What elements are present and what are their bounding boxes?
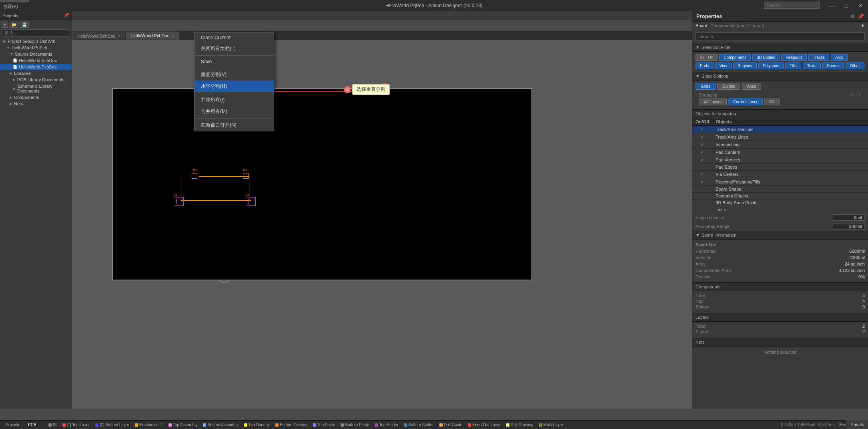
snap-axes-btn[interactable]: Axes	[742, 83, 761, 90]
layer-drilldrawing[interactable]: Drill Drawing	[505, 423, 535, 427]
layer-bottompaste[interactable]: Bottom Paste	[339, 423, 371, 427]
comp-j2-inner[interactable]	[249, 199, 254, 204]
filter-polygons[interactable]: Polygons	[758, 62, 784, 69]
tree-item-components[interactable]: ▶Components	[0, 94, 72, 101]
maximize-button[interactable]: □	[839, 0, 854, 11]
axis-snap-input[interactable]	[833, 223, 865, 230]
layer-multilayer[interactable]: Multi-Layer	[537, 423, 565, 427]
object-row-2[interactable]: ✓ Intersections	[692, 141, 868, 149]
row-check-2[interactable]: ✓	[692, 141, 712, 149]
close-button[interactable]: ✕	[854, 0, 868, 11]
filter-icon-right[interactable]: ▼	[860, 23, 865, 28]
object-row-9[interactable]: Footprint Origins	[692, 193, 868, 199]
row-check-0[interactable]: ✓	[692, 126, 712, 133]
left-panel-pin[interactable]: 📌	[64, 13, 69, 18]
filter-vias[interactable]: Vias	[715, 62, 732, 69]
object-row-5[interactable]: Pad Edges	[692, 164, 868, 171]
object-row-11[interactable]: Texts	[692, 206, 868, 213]
tab-pcb[interactable]: HelloWorld.PcbDoc ×	[126, 32, 179, 40]
layer-is[interactable]: IS	[47, 423, 58, 427]
ctx-close-current[interactable]: Close Current	[194, 32, 274, 43]
row-check-11[interactable]	[692, 206, 712, 213]
filter-components[interactable]: Components	[719, 54, 751, 61]
filter-all-on[interactable]: All - On	[696, 54, 718, 61]
tree-item-nets[interactable]: ▶Nets	[0, 101, 72, 107]
new-project-btn[interactable]: +	[2, 22, 8, 28]
right-panel-search-input[interactable]	[696, 32, 865, 40]
row-check-3[interactable]: ✓	[692, 149, 712, 156]
tree-item-projectgroup1dsnwrk[interactable]: ▶Project Group 1.DsnWrk	[0, 38, 72, 44]
row-check-8[interactable]	[692, 186, 712, 193]
ctx-vertical-split[interactable]: 垂直分割(V)	[194, 69, 274, 81]
layer-topoverlay[interactable]: Top Overlay	[243, 423, 271, 427]
object-row-0[interactable]: ✓ Track/Arcs Vertices	[692, 126, 868, 133]
minimize-button[interactable]: —	[825, 0, 839, 11]
tree-item-libraries[interactable]: ▶Libraries	[0, 70, 72, 77]
filter-keepouts[interactable]: Keepouts	[781, 54, 807, 61]
filter-fills[interactable]: Fills	[785, 62, 801, 69]
comp-r1[interactable]	[192, 173, 197, 179]
right-panel-pin[interactable]: 📌	[858, 14, 864, 19]
project-search-input[interactable]	[2, 29, 70, 36]
open-project-btn[interactable]: 📂	[10, 22, 18, 28]
ctx-open-new-window[interactable]: 在新窗口打开(N)	[194, 119, 274, 131]
layer-keepoutlayer[interactable]: Keep-Out Layer	[466, 423, 502, 427]
row-check-4[interactable]: ✓	[692, 156, 712, 164]
pcb-board[interactable]: R1 D1 J1 J2	[112, 88, 532, 280]
tree-item-sourcedocuments[interactable]: ▼Source Documents	[0, 51, 72, 57]
layer-topassembly[interactable]: Top Assembly	[167, 423, 199, 427]
comp-d1[interactable]	[243, 173, 249, 179]
layer-bottomoverlay[interactable]: Bottom Overlay	[274, 423, 309, 427]
row-check-10[interactable]	[692, 199, 712, 206]
snap-dist-input[interactable]	[833, 214, 865, 221]
tab-schematic[interactable]: HelloWorld.SchDoc ×	[72, 32, 125, 40]
selection-filter-header[interactable]: ▼ Selection Filter	[692, 43, 868, 52]
board-info-header[interactable]: ▼ Board Information	[692, 231, 868, 240]
snap-off-btn[interactable]: Off	[764, 99, 780, 105]
snap-current-layer-btn[interactable]: Current Layer	[728, 99, 763, 105]
canvas-area[interactable]: ⊗ R1 D1 J1 J2	[72, 40, 692, 409]
filter-other[interactable]: Other	[846, 62, 864, 69]
tree-item-helloworldschdoc[interactable]: 📄HelloWorld.SchDoc	[0, 57, 72, 64]
object-row-10[interactable]: 3D Body Snap Points	[692, 199, 868, 206]
titlebar-search-input[interactable]	[764, 2, 820, 9]
status-tab-projects[interactable]: Projects	[2, 422, 23, 427]
ctx-tile-all[interactable]: 并排所有(I)	[194, 94, 274, 106]
panels-button[interactable]: Panels	[846, 420, 868, 429]
filter-pads[interactable]: Pads	[696, 62, 714, 69]
object-row-8[interactable]: Board Shape	[692, 186, 868, 193]
menu-item-p[interactable]: 放置(P)	[0, 2, 29, 11]
filter-3d-bodies[interactable]: 3D Bodies	[752, 54, 780, 61]
filter-tracks[interactable]: Tracks	[808, 54, 829, 61]
object-row-7[interactable]: ✓ Regions/Polygons/Fills	[692, 178, 868, 186]
snap-guides-btn[interactable]: Guides	[717, 83, 740, 90]
filter-arcs[interactable]: Arcs	[831, 54, 848, 61]
layer-1toplayer[interactable]: [1] Top Layer	[61, 423, 92, 427]
ctx-save[interactable]: Save	[194, 56, 274, 67]
right-panel-gear[interactable]: ⚙	[851, 14, 855, 19]
ctx-merge-all[interactable]: 合并所有(M)	[194, 106, 274, 117]
layer-2bottomlayer[interactable]: [2] Bottom Layer	[94, 423, 130, 427]
snap-options-header[interactable]: ▼ Snap Options	[692, 72, 868, 81]
tab-pcb-close[interactable]: ×	[172, 34, 174, 38]
layer-topsolder[interactable]: Top Solder	[373, 423, 400, 427]
tree-item-helloworldpcbdoc[interactable]: 📄HelloWorld.PcbDoc	[0, 64, 72, 70]
row-check-6[interactable]: ✓	[692, 171, 712, 178]
snap-grids-btn[interactable]: Grids	[696, 83, 716, 90]
ctx-close-all[interactable]: 关闭所有文档(L)	[194, 43, 274, 54]
layer-mechanical1[interactable]: Mechanical 1	[133, 423, 164, 427]
object-row-6[interactable]: ✓ Via Centers	[692, 171, 868, 178]
tree-item-schematiclibrarydocuments[interactable]: ▶Schematic Library Documents	[0, 83, 72, 94]
tab-schematic-close[interactable]: ×	[118, 34, 120, 38]
object-row-3[interactable]: ✓ Pad Centers	[692, 149, 868, 156]
object-row-4[interactable]: ✓ Pad Vertices	[692, 156, 868, 164]
save-project-btn[interactable]: 💾	[20, 22, 29, 28]
tree-item-helloworldprjpcb[interactable]: ▼HelloWorld.PrjPcb	[0, 44, 72, 51]
ctx-horizontal-split[interactable]: 水平分割(H)	[194, 81, 274, 92]
layer-bottomsolder[interactable]: Bottom Solder	[402, 423, 435, 427]
tree-item-pcblibrarydocuments[interactable]: ▶PCB Library Documents	[0, 77, 72, 83]
row-check-5[interactable]	[692, 164, 712, 171]
layer-drillguide[interactable]: Drill Guide	[438, 423, 464, 427]
filter-regions[interactable]: Regions	[733, 62, 757, 69]
layer-bottomassembly[interactable]: Bottom Assembly	[201, 423, 240, 427]
